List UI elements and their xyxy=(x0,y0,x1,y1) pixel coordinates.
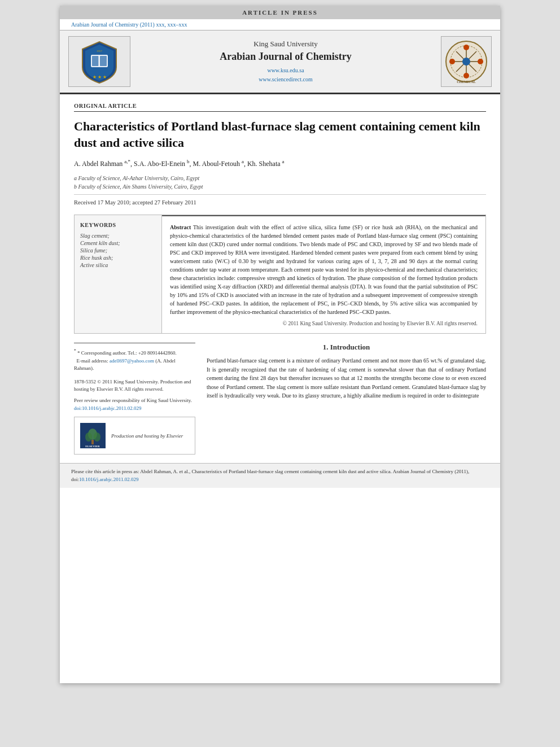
bottom-citation: Please cite this article in press as: Ab… xyxy=(60,463,500,488)
affiliation-a: a Faculty of Science, Al-Azhar Universit… xyxy=(74,174,486,182)
peer-review-line: Peer review under responsibility of King… xyxy=(74,397,195,405)
abstract-text: Abstract This investigation dealt with t… xyxy=(170,223,478,316)
affiliation-b: b Faculty of Science, Ain Shams Universi… xyxy=(74,182,486,191)
email-link[interactable]: adell697@yahoo.com xyxy=(110,358,154,364)
abstract-box: Abstract This investigation dealt with t… xyxy=(162,215,485,333)
journal-url1[interactable]: www.ksu.edu.sa xyxy=(136,66,435,75)
svg-text:CHEMICAL: CHEMICAL xyxy=(457,80,476,84)
citation-text: Arabian Journal of Chemistry (2011) xxx,… xyxy=(71,21,187,28)
chemical-logo-svg: CHEMICAL xyxy=(444,39,489,84)
journal-url2[interactable]: www.sciencedirect.com xyxy=(136,75,435,84)
keyword-3: Silica fume; xyxy=(80,247,156,254)
abstract-section: KEYWORDS Slag cement; Cement kiln dust; … xyxy=(74,215,486,334)
article-in-press-banner: ARTICLE IN PRESS xyxy=(60,6,500,19)
page: ARTICLE IN PRESS Arabian Journal of Chem… xyxy=(60,6,500,683)
svg-text:★ ★ ★: ★ ★ ★ xyxy=(93,75,107,80)
doi-line[interactable]: doi:10.1016/j.arabjc.2011.02.029 xyxy=(74,405,195,411)
abstract-label: Abstract xyxy=(170,224,191,230)
journal-center: King Saud University Arabian Journal of … xyxy=(130,40,441,84)
journal-title: Arabian Journal of Chemistry xyxy=(136,51,435,63)
corresponding-author: * * Corresponding author. Tel.: +20 8091… xyxy=(74,348,195,357)
svg-rect-2 xyxy=(100,56,107,66)
affiliations: a Faculty of Science, Al-Azhar Universit… xyxy=(74,174,486,191)
authors-line: A. Abdel Rahman a,*, S.A. Abo-El-Enein b… xyxy=(74,159,486,168)
bottom-citation-doi[interactable]: 10.1016/j.arabjc.2011.02.029 xyxy=(79,477,138,482)
two-columns: * * Corresponding author. Tel.: +20 8091… xyxy=(74,343,486,455)
citation-line: Arabian Journal of Chemistry (2011) xxx,… xyxy=(60,19,500,30)
elsevier-caption: Production and hosting by Elsevier xyxy=(111,433,183,439)
svg-point-15 xyxy=(478,59,483,64)
journal-logo-right: CHEMICAL xyxy=(441,36,492,87)
keyword-2: Cement kiln dust; xyxy=(80,240,156,246)
intro-text: Portland blast-furnace slag cement is a … xyxy=(207,356,486,400)
svg-point-12 xyxy=(463,45,469,50)
svg-point-14 xyxy=(449,59,455,64)
journal-urls: www.ksu.edu.sa www.sciencedirect.com xyxy=(136,66,435,84)
email-line: E-mail address: adell697@yahoo.com (A. A… xyxy=(74,357,195,373)
abstract-body: This investigation dealt with the effect… xyxy=(170,224,478,315)
keyword-1: Slag cement; xyxy=(80,233,156,239)
svg-rect-22 xyxy=(91,440,94,444)
article-type-label: ORIGINAL ARTICLE xyxy=(74,103,486,112)
svg-point-16 xyxy=(462,58,470,65)
received-line: Received 17 May 2010; accepted 27 Februa… xyxy=(74,194,486,206)
svg-point-21 xyxy=(94,433,100,442)
svg-point-20 xyxy=(85,433,92,442)
keyword-5: Active silica xyxy=(80,262,156,268)
authors-text: A. Abdel Rahman a,*, S.A. Abo-El-Enein b… xyxy=(74,160,285,168)
svg-point-13 xyxy=(463,73,469,78)
svg-text:1957: 1957 xyxy=(97,50,103,53)
footnote-section: * * Corresponding author. Tel.: +20 8091… xyxy=(74,343,195,373)
elsevier-logo-svg: ELSEVIER xyxy=(80,423,106,448)
ksu-logo-svg: ★ ★ ★ 1957 xyxy=(74,39,125,84)
keywords-box: KEYWORDS Slag cement; Cement kiln dust; … xyxy=(75,215,162,333)
intro-section-title: 1. Introduction xyxy=(207,343,486,352)
journal-logo-left: ★ ★ ★ 1957 xyxy=(68,36,130,87)
keywords-title: KEYWORDS xyxy=(80,222,156,228)
elsevier-box: ELSEVIER Production and hosting by Elsev… xyxy=(74,417,195,455)
svg-text:ELSEVIER: ELSEVIER xyxy=(85,445,100,448)
main-content: ORIGINAL ARTICLE Characteristics of Port… xyxy=(60,94,500,463)
right-column: 1. Introduction Portland blast-furnace s… xyxy=(207,343,486,455)
copyright-line: © 2011 King Saud University. Production … xyxy=(170,321,478,326)
banner-text: ARTICLE IN PRESS xyxy=(242,9,318,16)
article-title: Characteristics of Portland blast-furnac… xyxy=(74,119,486,151)
keyword-4: Rice husk ash; xyxy=(80,255,156,261)
left-column: * * Corresponding author. Tel.: +20 8091… xyxy=(74,343,195,455)
svg-rect-1 xyxy=(92,56,99,66)
journal-header: ★ ★ ★ 1957 King Saud University Arabian … xyxy=(60,30,500,94)
university-name: King Saud University xyxy=(136,40,435,49)
elsevier-icon: ELSEVIER xyxy=(80,423,106,448)
issn-line: 1878-5352 © 2011 King Saud University. P… xyxy=(74,378,195,394)
